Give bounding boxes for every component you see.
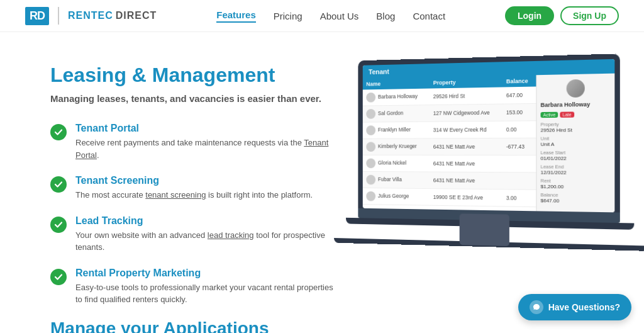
feature-text-tenant-portal: Tenant Portal Receive rent payments and … bbox=[75, 123, 340, 161]
tenant-screening-link[interactable]: tenant screening bbox=[145, 190, 206, 200]
laptop-screen-inner: Tenant Name Property Balance bbox=[363, 59, 615, 213]
table-row[interactable]: Fubar Villa 6431 NE Matt Ave bbox=[363, 171, 536, 189]
page-title: Leasing & Management bbox=[50, 64, 340, 87]
sidebar-field: Balance$647.00 bbox=[541, 192, 611, 205]
page-subtitle: Managing leases, tenants, and vacancies … bbox=[50, 93, 340, 104]
feature-tenant-screening: Tenant Screening The most accurate tenan… bbox=[50, 175, 340, 201]
feature-desc-tenant-portal: Receive rent payments and take maintenan… bbox=[75, 137, 340, 161]
nav-about[interactable]: About Us bbox=[320, 11, 359, 21]
logo-text: RENTEC DIRECT bbox=[68, 10, 157, 21]
cell-property: 29526 Hird St bbox=[430, 87, 502, 104]
col-balance: Balance bbox=[502, 75, 536, 87]
cell-balance bbox=[502, 172, 536, 190]
cell-name: Gloria Nickel bbox=[363, 155, 430, 172]
nav-pricing[interactable]: Pricing bbox=[274, 11, 303, 21]
feature-title-rental-marketing: Rental Property Marketing bbox=[75, 268, 340, 279]
sidebar-field-label: Unit bbox=[541, 135, 611, 142]
cell-name: Kimberly Krueger bbox=[363, 138, 430, 155]
have-questions-label: Have Questions? bbox=[548, 302, 620, 312]
feature-tenant-portal: Tenant Portal Receive rent payments and … bbox=[50, 123, 340, 161]
cell-balance bbox=[502, 155, 536, 172]
logo-rd: RD bbox=[25, 7, 49, 25]
logo-divider bbox=[58, 7, 59, 25]
sidebar-field: UnitUnit A bbox=[541, 135, 611, 147]
nav-buttons: Login Sign Up bbox=[505, 6, 619, 25]
laptop-illustration: Tenant Name Property Balance bbox=[352, 57, 616, 247]
table-row[interactable]: Franklyn Miller 314 W Every Creek Rd 0.0… bbox=[363, 121, 536, 138]
app-sidebar: Barbara Holloway Active Late Property295… bbox=[536, 74, 614, 213]
main-nav: Features Pricing About Us Blog Contact bbox=[216, 9, 445, 23]
sidebar-field-value: $647.00 bbox=[541, 198, 611, 205]
feature-text-tenant-screening: Tenant Screening The most accurate tenan… bbox=[75, 175, 313, 201]
feature-list: Tenant Portal Receive rent payments and … bbox=[50, 123, 340, 306]
sidebar-tenant-name: Barbara Holloway bbox=[541, 101, 611, 108]
check-icon-tenant-screening bbox=[50, 176, 67, 193]
table-row[interactable]: Sal Gordon 127 NW Cidgewood Ave 153.00 bbox=[363, 103, 536, 122]
sidebar-field: Lease Start01/01/2022 bbox=[541, 150, 611, 162]
feature-desc-tenant-screening: The most accurate tenant screening is bu… bbox=[75, 189, 313, 201]
tag-active: Active bbox=[541, 112, 558, 118]
feature-title-lead-tracking: Lead Tracking bbox=[75, 215, 340, 227]
cell-property: 127 NW Cidgewood Ave bbox=[430, 104, 502, 121]
cell-balance: 647.00 bbox=[502, 87, 536, 104]
cell-balance: 153.00 bbox=[502, 103, 536, 121]
nav-contact[interactable]: Contact bbox=[413, 11, 445, 21]
logo-icon: RD bbox=[25, 7, 49, 25]
logo[interactable]: RD RENTEC DIRECT bbox=[25, 7, 157, 25]
cell-name: Fubar Villa bbox=[363, 171, 430, 188]
cell-property: 6431 NE Matt Ave bbox=[430, 172, 502, 189]
cell-balance: 0.00 bbox=[502, 121, 536, 138]
bottom-title: Manage your Applications bbox=[50, 319, 594, 334]
cell-name: Franklyn Miller bbox=[363, 121, 430, 138]
feature-text-lead-tracking: Lead Tracking Your own website with an a… bbox=[75, 215, 340, 254]
cell-property: 6431 NE Matt Ave bbox=[430, 155, 502, 172]
tag-late: Late bbox=[560, 111, 574, 117]
feature-title-tenant-portal: Tenant Portal bbox=[75, 123, 340, 134]
app-main: Name Property Balance Barbara Holloway 2… bbox=[363, 75, 536, 211]
check-icon-tenant-portal bbox=[50, 124, 67, 140]
cell-balance: -677.43 bbox=[502, 138, 536, 155]
feature-rental-marketing: Rental Property Marketing Easy-to-use to… bbox=[50, 268, 340, 306]
col-property: Property bbox=[430, 76, 502, 88]
sidebar-field-value: Unit A bbox=[541, 141, 611, 147]
feature-lead-tracking: Lead Tracking Your own website with an a… bbox=[50, 215, 340, 254]
have-questions-button[interactable]: Have Questions? bbox=[518, 294, 631, 320]
logo-direct: DIRECT bbox=[116, 10, 157, 21]
cell-name: Julius George bbox=[363, 188, 430, 205]
check-icon-lead-tracking bbox=[50, 217, 67, 233]
col-name: Name bbox=[363, 77, 430, 90]
cell-property: 314 W Every Creek Rd bbox=[430, 121, 502, 138]
cell-balance: 3.00 bbox=[502, 189, 536, 207]
cell-property: 6431 NE Matt Ave bbox=[430, 138, 502, 155]
lead-tracking-link[interactable]: lead tracking bbox=[208, 230, 254, 240]
laptop-trackpad bbox=[460, 213, 509, 246]
feature-desc-lead-tracking: Your own website with an advanced lead t… bbox=[75, 229, 340, 254]
sidebar-field-value: 12/31/2022 bbox=[541, 169, 611, 176]
app-layout: Name Property Balance Barbara Holloway 2… bbox=[363, 74, 615, 213]
nav-features[interactable]: Features bbox=[216, 9, 256, 23]
nav-blog[interactable]: Blog bbox=[376, 11, 395, 21]
table-row[interactable]: Kimberly Krueger 6431 NE Matt Ave -677.4… bbox=[363, 138, 536, 155]
logo-rentec: RENTEC bbox=[68, 10, 113, 21]
sidebar-field: Rent$1,200.00 bbox=[541, 178, 611, 190]
laptop-wrapper: Tenant Name Property Balance bbox=[358, 54, 619, 250]
signup-button[interactable]: Sign Up bbox=[560, 6, 619, 25]
table-row[interactable]: Julius George 19900 SE E 23rd Ave 3.00 bbox=[363, 188, 536, 206]
table-row[interactable]: Barbara Holloway 29526 Hird St 647.00 bbox=[363, 87, 536, 106]
sidebar-avatar bbox=[566, 79, 584, 98]
cell-property: 19900 SE E 23rd Ave bbox=[430, 189, 502, 206]
feature-desc-rental-marketing: Easy-to-use tools to professionally mark… bbox=[75, 281, 340, 306]
sidebar-field-value: 29526 Hird St bbox=[541, 127, 611, 133]
feature-text-rental-marketing: Rental Property Marketing Easy-to-use to… bbox=[75, 268, 340, 306]
chat-icon bbox=[530, 300, 543, 314]
sidebar-field-value: 01/01/2022 bbox=[541, 155, 611, 161]
cell-name: Barbara Holloway bbox=[363, 89, 430, 106]
check-icon-rental-marketing bbox=[50, 269, 67, 285]
sidebar-field: Lease End12/31/2022 bbox=[541, 164, 611, 176]
sidebar-field-value: $1,200.00 bbox=[541, 184, 611, 190]
cell-name: Sal Gordon bbox=[363, 105, 430, 123]
login-button[interactable]: Login bbox=[505, 6, 554, 25]
app-tenant-table: Name Property Balance Barbara Holloway 2… bbox=[363, 75, 536, 207]
table-row[interactable]: Gloria Nickel 6431 NE Matt Ave bbox=[363, 155, 536, 172]
sidebar-field: Property29526 Hird St bbox=[541, 121, 611, 133]
